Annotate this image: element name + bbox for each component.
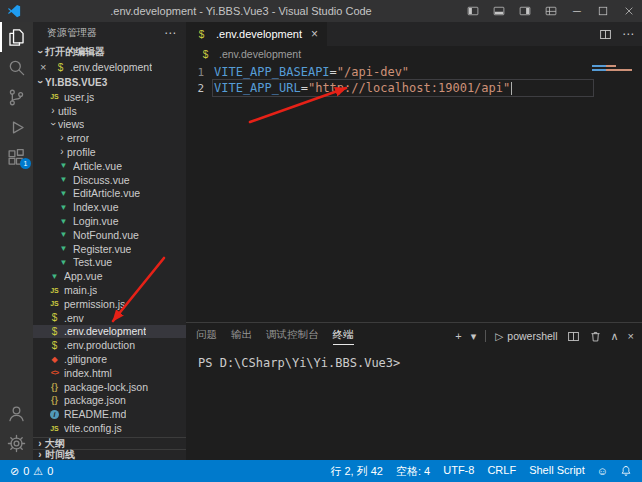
shell-file-icon: $ bbox=[48, 340, 61, 351]
info-file-icon: i bbox=[50, 410, 59, 419]
extensions-icon[interactable]: 1 bbox=[0, 142, 33, 172]
source-control-icon[interactable] bbox=[0, 82, 33, 112]
project-root-header[interactable]: › YI.BBS.VUE3 bbox=[33, 74, 186, 90]
tree-item-profile[interactable]: ›profile bbox=[33, 145, 186, 159]
minimize-window-icon[interactable]: ─ bbox=[564, 0, 590, 22]
panel-tab-debug-console[interactable]: 调试控制台 bbox=[266, 328, 319, 345]
terminal-shell-select[interactable]: ▷ powershell bbox=[495, 330, 557, 342]
panel-tab-terminal[interactable]: 终端 bbox=[333, 328, 354, 345]
split-editor-icon[interactable] bbox=[599, 28, 612, 41]
tree-item-Test.vue[interactable]: ▼Test.vue bbox=[33, 256, 186, 270]
panel-tab-problems[interactable]: 问题 bbox=[196, 328, 217, 345]
code-token: VITE_APP_URL bbox=[214, 81, 301, 95]
file-name: Login.vue bbox=[73, 215, 119, 227]
vue-file-icon: ▼ bbox=[57, 175, 70, 184]
panel-tabs: 问题输出调试控制台终端 bbox=[196, 328, 354, 345]
tree-item-error[interactable]: ›error bbox=[33, 131, 186, 145]
terminal-output[interactable]: PS D:\CSharp\Yi\Yi.BBS.Vue3> bbox=[186, 349, 642, 377]
tree-item-Article.vue[interactable]: ▼Article.vue bbox=[33, 159, 186, 173]
maximize-panel-icon[interactable]: ∧ bbox=[611, 330, 619, 343]
tree-item-index.html[interactable]: <>index.html bbox=[33, 366, 186, 380]
toggle-sidebar-icon[interactable] bbox=[460, 0, 486, 22]
tree-item-.env.development[interactable]: $.env.development bbox=[33, 325, 186, 339]
tree-item-Discuss.vue[interactable]: ▼Discuss.vue bbox=[33, 173, 186, 187]
panel-tab-output[interactable]: 输出 bbox=[231, 328, 252, 345]
tree-item-README.md[interactable]: iREADME.md bbox=[33, 407, 186, 421]
tree-item-Index.vue[interactable]: ▼Index.vue bbox=[33, 200, 186, 214]
chevron-down-icon: › bbox=[35, 47, 45, 57]
terminal-dropdown-icon[interactable]: ▾ bbox=[471, 330, 477, 343]
split-terminal-icon[interactable] bbox=[567, 330, 580, 343]
search-icon[interactable] bbox=[0, 52, 33, 82]
tree-item-vite.config.js[interactable]: JSvite.config.js bbox=[33, 421, 186, 435]
code-text: VITE_APP_BASEAPI="/api-dev" bbox=[214, 65, 409, 79]
shell-file-icon: $ bbox=[48, 312, 61, 323]
status-language-mode[interactable]: Shell Script bbox=[529, 464, 585, 479]
tree-item-.env.production[interactable]: $.env.production bbox=[33, 338, 186, 352]
tab-env-development[interactable]: $ .env.development × bbox=[186, 22, 327, 46]
status-encoding[interactable]: UTF-8 bbox=[443, 464, 474, 479]
activity-bar: 1 bbox=[0, 22, 33, 460]
kill-terminal-icon[interactable] bbox=[589, 330, 602, 343]
close-window-icon[interactable] bbox=[616, 0, 642, 22]
more-actions-icon[interactable]: ⋯ bbox=[164, 26, 176, 40]
file-tree: JSuser.js›utils›views›error›profile▼Arti… bbox=[33, 90, 186, 437]
line-number: 1 bbox=[186, 66, 204, 79]
tree-item-utils[interactable]: ›utils bbox=[33, 104, 186, 118]
titlebar: .env.development - Yi.BBS.Vue3 - Visual … bbox=[0, 0, 642, 22]
chevron-right-icon: › bbox=[48, 106, 58, 116]
open-editor-file-name: .env.development bbox=[70, 61, 152, 73]
close-tab-icon[interactable]: × bbox=[311, 27, 318, 41]
status-indentation[interactable]: 空格: 4 bbox=[396, 464, 430, 479]
more-actions-icon[interactable]: ⋯ bbox=[622, 27, 634, 41]
breadcrumb[interactable]: $ .env.development bbox=[186, 46, 642, 62]
open-editors-header[interactable]: › 打开的编辑器 bbox=[33, 44, 186, 60]
tree-item-.gitignore[interactable]: ◆.gitignore bbox=[33, 352, 186, 366]
file-name: .env bbox=[64, 312, 84, 324]
tree-item-views[interactable]: ›views bbox=[33, 118, 186, 132]
account-icon[interactable] bbox=[0, 398, 33, 428]
code-line-1[interactable]: 1VITE_APP_BASEAPI="/api-dev" bbox=[186, 64, 642, 80]
minimap[interactable] bbox=[592, 65, 636, 71]
tree-item-main.js[interactable]: JSmain.js bbox=[33, 283, 186, 297]
close-icon[interactable]: × bbox=[40, 61, 52, 73]
open-editors-label: 打开的编辑器 bbox=[45, 45, 105, 59]
tree-item-App.vue[interactable]: ▼App.vue bbox=[33, 269, 186, 283]
explorer-icon[interactable] bbox=[0, 22, 33, 52]
maximize-window-icon[interactable] bbox=[590, 0, 616, 22]
status-bar: ⊘ 0 ⚠ 0 行 2, 列 42空格: 4UTF-8CRLFShell Scr… bbox=[0, 460, 642, 482]
status-eol[interactable]: CRLF bbox=[487, 464, 516, 479]
notifications-bell-icon[interactable] bbox=[620, 465, 632, 477]
tree-item-package.json[interactable]: {}package.json bbox=[33, 394, 186, 408]
toggle-secondary-sidebar-icon[interactable] bbox=[512, 0, 538, 22]
tree-item-Register.vue[interactable]: ▼Register.vue bbox=[33, 242, 186, 256]
tree-item-.env[interactable]: $.env bbox=[33, 311, 186, 325]
feedback-smiley-icon[interactable]: ☺ bbox=[597, 465, 608, 477]
code-area[interactable]: 1VITE_APP_BASEAPI="/api-dev"2VITE_APP_UR… bbox=[186, 62, 642, 322]
toggle-panel-icon[interactable] bbox=[486, 0, 512, 22]
timeline-section[interactable]: › 时间线 bbox=[33, 449, 186, 460]
tree-item-Login.vue[interactable]: ▼Login.vue bbox=[33, 214, 186, 228]
tree-item-NotFound.vue[interactable]: ▼NotFound.vue bbox=[33, 228, 186, 242]
code-line-2[interactable]: 2VITE_APP_URL="http://localhost:19001/ap… bbox=[186, 80, 642, 96]
panel-actions: + ▾ ▷ powershell ∧ × bbox=[455, 330, 634, 343]
file-name: Index.vue bbox=[73, 201, 119, 213]
new-terminal-icon[interactable]: + bbox=[455, 330, 461, 342]
problems-indicator[interactable]: ⊘ 0 ⚠ 0 bbox=[10, 465, 53, 478]
settings-gear-icon[interactable] bbox=[0, 428, 33, 458]
bottom-panel: 问题输出调试控制台终端 + ▾ ▷ powershell ∧ × PS D:\C… bbox=[186, 322, 642, 460]
close-panel-icon[interactable]: × bbox=[628, 330, 634, 342]
status-cursor-position[interactable]: 行 2, 列 42 bbox=[330, 464, 383, 479]
tree-item-permission.js[interactable]: JSpermission.js bbox=[33, 297, 186, 311]
file-name: Register.vue bbox=[73, 243, 131, 255]
tree-item-package-lock.json[interactable]: {}package-lock.json bbox=[33, 380, 186, 394]
code-token: "/api-dev" bbox=[337, 65, 409, 79]
file-name: utils bbox=[58, 105, 77, 117]
editor-pane: $ .env.development × ⋯ $ .env.developmen… bbox=[186, 22, 642, 322]
open-editor-item[interactable]: × $ .env.development bbox=[33, 60, 186, 74]
customize-layout-icon[interactable] bbox=[538, 0, 564, 22]
tree-item-EditArticle.vue[interactable]: ▼EditArticle.vue bbox=[33, 187, 186, 201]
run-debug-icon[interactable] bbox=[0, 112, 33, 142]
vscode-logo-icon bbox=[7, 4, 21, 18]
tree-item-user.js[interactable]: JSuser.js bbox=[33, 90, 186, 104]
